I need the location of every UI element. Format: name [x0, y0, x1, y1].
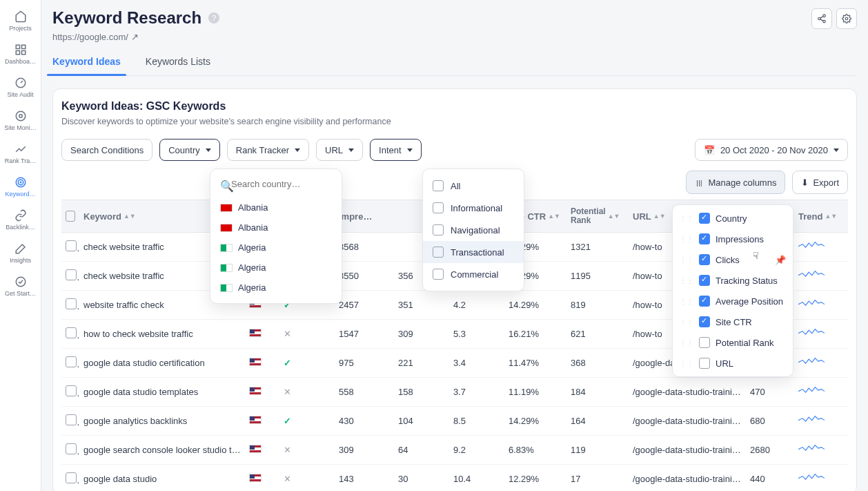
- sidebar-item-projects[interactable]: Projects: [0, 6, 41, 39]
- svg-point-6: [19, 115, 22, 118]
- drag-handle-icon[interactable]: ⋮⋮: [680, 298, 693, 305]
- drag-handle-icon[interactable]: ⋮⋮: [680, 215, 693, 222]
- sidebar-item-dashboa[interactable]: Dashboa…: [0, 39, 41, 72]
- column-checkbox[interactable]: [699, 275, 710, 286]
- cell-ctr: 11.19%: [504, 387, 566, 397]
- intent-checkbox[interactable]: [433, 202, 444, 213]
- column-checkbox[interactable]: [699, 316, 710, 327]
- intent-checkbox[interactable]: [433, 224, 444, 235]
- row-checkbox[interactable]: [66, 414, 77, 425]
- country-option[interactable]: Albania: [210, 198, 342, 218]
- col-impressions[interactable]: Impre…: [335, 211, 394, 222]
- sidebar-item-insights[interactable]: Insights: [0, 238, 41, 271]
- column-checkbox[interactable]: [699, 337, 710, 348]
- country-option[interactable]: Algeria: [210, 278, 342, 298]
- column-option[interactable]: ⋮⋮Country: [673, 208, 793, 229]
- tab-keywords-lists[interactable]: Keywords Lists: [146, 56, 210, 75]
- intent-checkbox[interactable]: [433, 180, 444, 191]
- column-checkbox[interactable]: [699, 358, 710, 369]
- search-icon: 🔍: [220, 180, 234, 193]
- select-all-checkbox[interactable]: [66, 211, 75, 222]
- intent-checkbox[interactable]: [433, 269, 444, 280]
- column-option[interactable]: ⋮⋮Site CTR: [673, 311, 793, 332]
- intent-option[interactable]: All: [423, 175, 524, 197]
- sidebar-item-getstart[interactable]: Get Start…: [0, 271, 41, 304]
- column-option[interactable]: ⋮⋮Impressions: [673, 229, 793, 249]
- country-option[interactable]: Albania: [210, 218, 342, 238]
- row-checkbox[interactable]: [66, 240, 77, 251]
- table-row[interactable]: google search console looker studio temp…: [61, 436, 848, 465]
- column-label: Site CTR: [716, 317, 752, 327]
- drag-handle-icon[interactable]: ⋮⋮: [680, 256, 693, 264]
- export-button[interactable]: ⬇ Export: [792, 171, 848, 194]
- filter-search-conditions[interactable]: Search Conditions: [61, 139, 152, 161]
- country-label: Algeria: [238, 242, 266, 253]
- table-row[interactable]: google data studio✕1433010.412.29%17/goo…: [61, 465, 848, 491]
- row-checkbox[interactable]: [66, 385, 77, 396]
- drag-handle-icon[interactable]: ⋮⋮: [680, 318, 693, 326]
- header: Keyword Research ? https://google.com/ ↗: [52, 8, 857, 42]
- column-option[interactable]: ⋮⋮Tracking Status: [673, 270, 793, 291]
- cell-clicks: 64: [394, 445, 449, 455]
- intent-option[interactable]: Navigational: [423, 219, 524, 241]
- filter-rank-tracker[interactable]: Rank Tracker: [227, 139, 309, 161]
- filter-url[interactable]: URL: [316, 139, 363, 161]
- filter-country[interactable]: Country: [159, 139, 220, 161]
- manage-columns-button[interactable]: ⫼ Manage columns: [686, 171, 785, 194]
- intent-option[interactable]: Commercial: [423, 263, 524, 285]
- row-checkbox[interactable]: [66, 269, 77, 280]
- help-icon[interactable]: ?: [208, 12, 219, 23]
- sidebar-item-siteaudit[interactable]: Site Audit: [0, 72, 41, 105]
- col-rank[interactable]: Potential Rank▲▼: [566, 207, 629, 225]
- row-checkbox[interactable]: [66, 298, 77, 309]
- sidebar-item-backlink[interactable]: Backlink…: [0, 204, 41, 238]
- tab-keyword-ideas[interactable]: Keyword Ideas: [52, 56, 121, 75]
- column-option[interactable]: ⋮⋮Potential Rank: [673, 332, 793, 353]
- cell-tracking: ✕: [279, 329, 335, 339]
- col-trend[interactable]: Trend▲▼: [794, 211, 836, 222]
- drag-handle-icon[interactable]: ⋮⋮: [680, 235, 693, 243]
- intent-option[interactable]: Informational: [423, 197, 524, 219]
- date-range-picker[interactable]: 📅 20 Oct 2020 - 20 Nov 2020: [695, 139, 848, 161]
- intent-checkbox[interactable]: [433, 247, 444, 258]
- cell-avg: 9.2: [449, 445, 504, 455]
- cell-impressions: 558: [335, 387, 394, 397]
- row-checkbox[interactable]: [66, 356, 77, 367]
- sidebar-item-keyword[interactable]: Keyword…: [0, 171, 41, 204]
- settings-button[interactable]: [836, 8, 857, 29]
- cell-keyword: google search console looker studio temp…: [79, 445, 245, 455]
- column-checkbox[interactable]: [699, 296, 710, 307]
- sidebar-item-sitemoni[interactable]: Site Moni…: [0, 105, 41, 138]
- intent-option[interactable]: Transactional: [423, 241, 524, 263]
- column-option[interactable]: ⋮⋮Clicks📌: [673, 249, 793, 270]
- drag-handle-icon[interactable]: ⋮⋮: [680, 339, 693, 347]
- pin-icon[interactable]: 📌: [775, 255, 786, 265]
- country-search-input[interactable]: [216, 175, 336, 193]
- column-checkbox[interactable]: [699, 254, 710, 265]
- column-label: Clicks: [716, 255, 740, 265]
- row-checkbox[interactable]: [66, 443, 77, 454]
- cell-trend: [794, 384, 829, 401]
- sidebar-item-ranktra[interactable]: Rank Tra…: [0, 138, 41, 171]
- column-option[interactable]: ⋮⋮Average Position: [673, 291, 793, 311]
- svg-line-14: [820, 19, 823, 21]
- cell-rank: 184: [566, 387, 629, 397]
- drag-handle-icon[interactable]: ⋮⋮: [680, 277, 693, 285]
- country-option[interactable]: Algeria: [210, 258, 342, 278]
- row-checkbox[interactable]: [66, 472, 77, 483]
- column-checkbox[interactable]: [699, 213, 710, 224]
- column-option[interactable]: ⋮⋮URL: [673, 353, 793, 374]
- column-checkbox[interactable]: [699, 233, 710, 244]
- table-row[interactable]: google data studio templates✕5581583.711…: [61, 378, 848, 407]
- drag-handle-icon[interactable]: ⋮⋮: [680, 360, 693, 367]
- table-row[interactable]: google analytics backlinks✓4301048.514.2…: [61, 407, 848, 436]
- site-url[interactable]: https://google.com/ ↗: [52, 32, 219, 42]
- filter-intent[interactable]: Intent: [370, 139, 422, 161]
- main: Keyword Research ? https://google.com/ ↗…: [41, 0, 868, 491]
- cell-avg: 3.7: [449, 387, 504, 397]
- share-button[interactable]: [811, 8, 832, 29]
- country-option[interactable]: Algeria: [210, 238, 342, 258]
- svg-point-16: [845, 17, 848, 20]
- cell-clicks: 309: [394, 329, 449, 339]
- row-checkbox[interactable]: [66, 327, 77, 338]
